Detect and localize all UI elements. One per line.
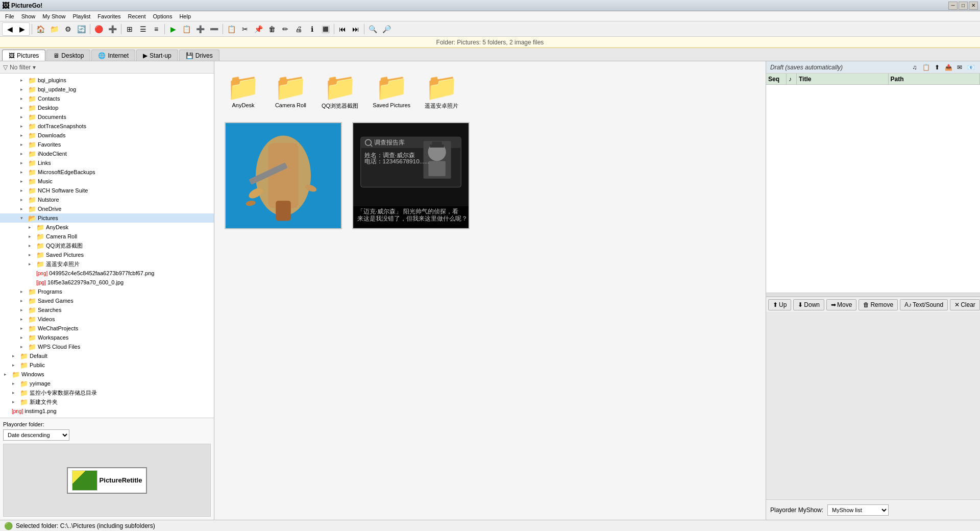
tree-item[interactable]: ▾📂Pictures: [0, 213, 214, 223]
red-button[interactable]: 🔴: [92, 23, 105, 35]
tab-desktop[interactable]: 🖥Desktop: [46, 50, 90, 61]
tree-item[interactable]: ▸📁Public: [0, 360, 214, 370]
tree-item[interactable]: ▸📁Nutstore: [0, 195, 214, 204]
right-header-btn-6[interactable]: 📧: [966, 62, 976, 73]
tree-toggle[interactable]: ▸: [20, 206, 27, 211]
tree-item[interactable]: ▸📁Favorites: [0, 140, 214, 149]
tree-toggle[interactable]: ▸: [20, 96, 27, 101]
zoom-button[interactable]: 🔍: [366, 23, 379, 35]
tree-item[interactable]: ▸📁OneDrive: [0, 204, 214, 213]
tree-item[interactable]: ▸📁yyimage: [0, 379, 214, 388]
tab-drives[interactable]: 💾Drives: [179, 50, 219, 61]
tree-toggle[interactable]: ▸: [20, 78, 27, 83]
down-button[interactable]: ⬇ Down: [793, 299, 824, 310]
maximize-button[interactable]: □: [959, 2, 968, 10]
tree-toggle[interactable]: ▾: [20, 215, 27, 221]
menu-item-my show[interactable]: My Show: [39, 12, 68, 20]
filter-label[interactable]: No filter: [10, 64, 31, 71]
tree-toggle[interactable]: ▸: [20, 170, 27, 175]
print-button[interactable]: 🖨: [292, 23, 305, 35]
tree-toggle[interactable]: ▸: [20, 335, 27, 340]
folder-item[interactable]: 📁QQ浏览器截图: [320, 71, 360, 112]
tree-item[interactable]: ▸📁QQ浏览器截图: [0, 241, 214, 250]
settings-button[interactable]: ⚙: [62, 23, 74, 35]
folder-item[interactable]: 📁Saved Pictures: [371, 71, 412, 112]
minimize-button[interactable]: ─: [948, 2, 958, 10]
remove-from-list-button[interactable]: ➖: [208, 23, 220, 35]
tree-item[interactable]: ▸📁Saved Games: [0, 296, 214, 305]
tree-toggle[interactable]: ▸: [20, 344, 27, 349]
right-header-btn-1[interactable]: ♫: [910, 62, 920, 73]
tree-toggle[interactable]: ▸: [20, 133, 27, 138]
menu-item-help[interactable]: Help: [176, 12, 194, 20]
properties-button[interactable]: ℹ: [306, 23, 318, 35]
playlist-button[interactable]: 📋: [180, 23, 193, 35]
tree-item[interactable]: ▸📁NCH Software Suite: [0, 186, 214, 195]
home-button[interactable]: 🏠: [34, 23, 47, 35]
tree-toggle[interactable]: ▸: [20, 151, 27, 156]
zoom-out-button[interactable]: 🔎: [380, 23, 393, 35]
tree-toggle[interactable]: ▸: [20, 160, 27, 165]
right-header-btn-3[interactable]: ⬆: [932, 62, 942, 73]
tree-item[interactable]: [png]049952c4e5c8452faa6273b977fcbf67.pn…: [0, 269, 214, 278]
tree-item[interactable]: ▸📁bqi_plugins: [0, 76, 214, 85]
tree-toggle[interactable]: ▸: [20, 326, 27, 331]
tree-item[interactable]: [jpg]16f5e3a622979a70_600_0.jpg: [0, 278, 214, 287]
tree-item[interactable]: ▸📁Documents: [0, 112, 214, 122]
tree-toggle[interactable]: ▸: [20, 114, 27, 119]
tree-toggle[interactable]: ▸: [12, 390, 18, 395]
tree-toggle[interactable]: ▸: [20, 142, 27, 147]
menu-item-show[interactable]: Show: [18, 12, 39, 20]
myshow-select[interactable]: MyShow listMyShow 1MyShow 2: [827, 504, 889, 516]
tree-toggle[interactable]: ▸: [12, 381, 18, 386]
tree-toggle[interactable]: ▸: [20, 87, 27, 92]
tree-toggle[interactable]: ▸: [20, 197, 27, 202]
tree-toggle[interactable]: ▸: [29, 243, 35, 248]
tree-item[interactable]: ▸📁新建文件夹: [0, 397, 214, 406]
forward-button[interactable]: ▶: [16, 23, 28, 35]
tree-toggle[interactable]: ▸: [20, 105, 27, 110]
tree-toggle[interactable]: ▸: [20, 179, 27, 184]
tree-item[interactable]: ▸📁Workspaces: [0, 333, 214, 342]
tree-item[interactable]: ▸📁dotTraceSnapshots: [0, 122, 214, 131]
remove-button[interactable]: 🗑 Remove: [859, 299, 898, 310]
prev-nav-button[interactable]: ⏮: [336, 23, 349, 35]
text-sound-button[interactable]: A♪ Text/Sound: [900, 299, 948, 310]
folder-item[interactable]: 📁Camera Roll: [272, 71, 309, 112]
tab-startup[interactable]: ▶Start-up: [136, 50, 178, 61]
detective-image-thumb[interactable]: 调查报告库 姓名：调查·威尔森 电话：12345678910......: [352, 122, 470, 229]
paste-button[interactable]: 📌: [252, 23, 265, 35]
clear-button[interactable]: ✕ Clear: [950, 299, 980, 310]
add-button[interactable]: ➕: [106, 23, 119, 35]
list-view-button[interactable]: ☰: [137, 23, 149, 35]
tree-toggle[interactable]: ▸: [12, 353, 18, 358]
tree-item[interactable]: ▸📁Contacts: [0, 94, 214, 103]
tree-toggle[interactable]: ▸: [20, 289, 27, 294]
cut-button[interactable]: ✂: [239, 23, 251, 35]
rename-button[interactable]: ✏: [279, 23, 291, 35]
tree-item[interactable]: ▸📁bqi_update_log: [0, 85, 214, 94]
folder-item[interactable]: 📁AnyDesk: [225, 71, 262, 112]
tree-toggle[interactable]: ▸: [29, 234, 35, 239]
tree-item[interactable]: ▸📁Desktop: [0, 103, 214, 112]
menu-item-playlist[interactable]: Playlist: [70, 12, 94, 20]
tree-item[interactable]: ▸📁AnyDesk: [0, 223, 214, 232]
tab-pictures[interactable]: 🖼Pictures: [2, 50, 45, 61]
tree-toggle[interactable]: ▸: [12, 363, 18, 368]
right-header-btn-4[interactable]: 📤: [943, 62, 953, 73]
tree-item[interactable]: ▸📁iNodeClient: [0, 149, 214, 158]
delete-button[interactable]: 🗑: [266, 23, 278, 35]
play-button[interactable]: ▶: [167, 23, 179, 35]
tree-item[interactable]: ▸📁Saved Pictures: [0, 250, 214, 259]
right-splitter[interactable]: [766, 293, 980, 297]
tree-toggle[interactable]: ▸: [4, 372, 10, 377]
tree-item[interactable]: ▸📁MicrosoftEdgeBackups: [0, 167, 214, 177]
menu-item-options[interactable]: Options: [150, 12, 175, 20]
grid-view-button[interactable]: ⊞: [124, 23, 136, 35]
right-header-btn-5[interactable]: ✉: [954, 62, 965, 73]
woodwork-image-thumb[interactable]: [225, 122, 342, 229]
menu-item-file[interactable]: File: [2, 12, 17, 20]
tree-item[interactable]: [png]instimg1.png: [0, 406, 214, 416]
back-button[interactable]: ◀: [4, 23, 16, 35]
playorder-select[interactable]: Date descendingDate ascendingName ascend…: [3, 429, 69, 441]
